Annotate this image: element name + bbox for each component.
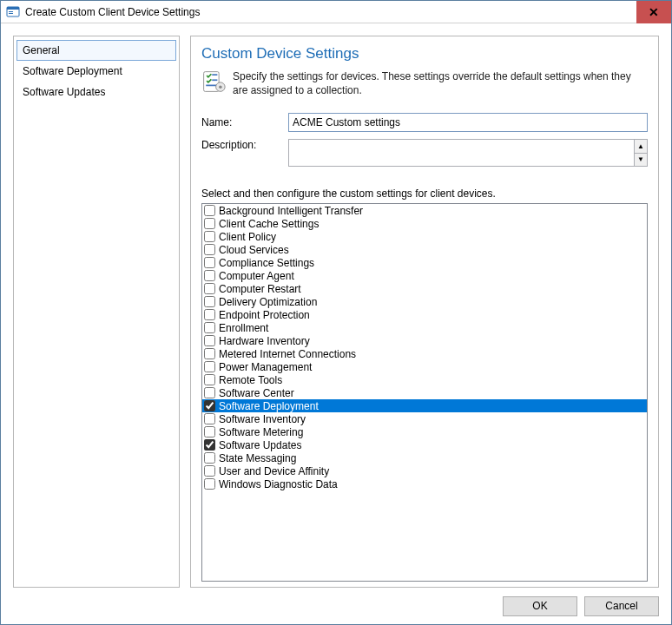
- settings-checkbox[interactable]: [204, 413, 215, 424]
- settings-checkbox[interactable]: [204, 244, 215, 255]
- settings-row[interactable]: Endpoint Protection: [202, 308, 647, 321]
- main-panel: Custom Device Settings Specify the setti: [190, 36, 659, 588]
- page-heading: Custom Device Settings: [201, 45, 648, 62]
- svg-point-9: [219, 85, 222, 89]
- settings-row-label: Windows Diagnostic Data: [219, 478, 338, 490]
- settings-row-label: Client Cache Settings: [219, 218, 319, 230]
- settings-row[interactable]: Enrollment: [202, 321, 647, 334]
- close-icon: ✕: [649, 5, 659, 19]
- description-spinner: ▲ ▼: [634, 139, 648, 167]
- settings-checkbox[interactable]: [204, 322, 215, 333]
- window-title: Create Custom Client Device Settings: [25, 6, 636, 18]
- settings-checkbox[interactable]: [204, 465, 215, 477]
- button-bar: OK Cancel: [1, 588, 671, 624]
- settings-row-label: Metered Internet Connections: [219, 348, 356, 360]
- svg-rect-5: [212, 74, 217, 76]
- settings-row-label: Enrollment: [219, 322, 268, 334]
- settings-checkbox[interactable]: [204, 296, 215, 307]
- settings-row-label: User and Device Affinity: [219, 465, 329, 477]
- nav-item-software-updates[interactable]: Software Updates: [16, 82, 176, 102]
- dialog-body: GeneralSoftware DeploymentSoftware Updat…: [1, 23, 671, 588]
- settings-checkbox[interactable]: [204, 348, 215, 359]
- settings-checkbox[interactable]: [204, 426, 215, 438]
- settings-row-label: Software Metering: [219, 426, 303, 438]
- ok-button[interactable]: OK: [503, 596, 577, 616]
- spin-down-button[interactable]: ▼: [635, 153, 647, 167]
- nav-item-software-deployment[interactable]: Software Deployment: [16, 61, 176, 82]
- settings-row[interactable]: User and Device Affinity: [202, 464, 647, 477]
- settings-checkbox[interactable]: [204, 400, 215, 411]
- title-bar: Create Custom Client Device Settings ✕: [1, 1, 671, 23]
- settings-checkbox[interactable]: [204, 231, 215, 242]
- spin-up-button[interactable]: ▲: [635, 140, 647, 153]
- name-label: Name:: [201, 116, 288, 128]
- settings-row[interactable]: Power Management: [202, 360, 647, 373]
- svg-rect-6: [212, 79, 217, 81]
- settings-row[interactable]: Windows Diagnostic Data: [202, 477, 647, 490]
- settings-checkbox[interactable]: [204, 283, 215, 294]
- settings-row[interactable]: Remote Tools: [202, 373, 647, 386]
- settings-row[interactable]: State Messaging: [202, 451, 647, 464]
- settings-row[interactable]: Background Intelligent Transfer: [202, 204, 647, 217]
- svg-rect-2: [9, 11, 13, 12]
- settings-row-label: Power Management: [219, 361, 312, 373]
- settings-checkbox[interactable]: [204, 439, 215, 451]
- settings-list-caption: Select and then configure the custom set…: [201, 188, 648, 200]
- settings-checkbox[interactable]: [204, 257, 215, 268]
- settings-row[interactable]: Delivery Optimization: [202, 295, 647, 308]
- settings-row-label: Software Center: [219, 387, 294, 399]
- settings-row[interactable]: Metered Internet Connections: [202, 347, 647, 360]
- description-label: Description:: [201, 139, 288, 151]
- settings-row-label: State Messaging: [219, 452, 296, 464]
- settings-row[interactable]: Software Inventory: [202, 412, 647, 425]
- settings-row-label: Software Updates: [219, 439, 301, 451]
- settings-row-label: Cloud Services: [219, 244, 289, 256]
- settings-row-label: Computer Restart: [219, 283, 301, 295]
- settings-checkbox[interactable]: [204, 387, 215, 398]
- settings-row[interactable]: Computer Agent: [202, 269, 647, 282]
- settings-row-label: Endpoint Protection: [219, 309, 310, 321]
- settings-checkbox[interactable]: [204, 218, 215, 229]
- settings-row-label: Remote Tools: [219, 374, 282, 386]
- settings-row-label: Hardware Inventory: [219, 335, 310, 347]
- close-button[interactable]: ✕: [636, 1, 671, 23]
- nav-item-general[interactable]: General: [16, 40, 176, 61]
- settings-row[interactable]: Compliance Settings: [202, 256, 647, 269]
- settings-checkbox[interactable]: [204, 205, 215, 216]
- settings-row[interactable]: Cloud Services: [202, 243, 647, 256]
- settings-row[interactable]: Software Updates: [202, 438, 647, 451]
- svg-rect-3: [9, 13, 13, 14]
- settings-checkbox[interactable]: [204, 335, 215, 346]
- settings-row[interactable]: Client Cache Settings: [202, 217, 647, 230]
- description-row: Description: ▲ ▼: [201, 139, 648, 167]
- nav-panel: GeneralSoftware DeploymentSoftware Updat…: [13, 36, 180, 588]
- settings-checkbox[interactable]: [204, 270, 215, 281]
- settings-row-label: Client Policy: [219, 231, 276, 243]
- intro-text: Specify the settings for devices. These …: [233, 69, 648, 97]
- settings-row-label: Compliance Settings: [219, 257, 314, 269]
- settings-checkbox[interactable]: [204, 478, 215, 490]
- settings-row[interactable]: Software Metering: [202, 425, 647, 438]
- app-icon: [6, 5, 20, 19]
- settings-row-label: Software Inventory: [219, 413, 306, 425]
- settings-row[interactable]: Software Center: [202, 386, 647, 399]
- settings-row[interactable]: Hardware Inventory: [202, 334, 647, 347]
- settings-checkbox[interactable]: [204, 361, 215, 372]
- settings-row[interactable]: Software Deployment: [202, 399, 647, 412]
- settings-icon: [201, 69, 226, 94]
- description-input[interactable]: [288, 139, 634, 167]
- settings-row-label: Software Deployment: [219, 400, 319, 412]
- svg-rect-1: [7, 7, 19, 10]
- dialog-window: Create Custom Client Device Settings ✕ G…: [0, 0, 672, 625]
- cancel-button[interactable]: Cancel: [584, 596, 659, 616]
- settings-checkbox[interactable]: [204, 452, 215, 464]
- settings-checkbox[interactable]: [204, 374, 215, 385]
- settings-row-label: Computer Agent: [219, 270, 294, 282]
- settings-row[interactable]: Client Policy: [202, 230, 647, 243]
- settings-row-label: Delivery Optimization: [219, 296, 317, 308]
- name-input[interactable]: [288, 113, 648, 132]
- intro-row: Specify the settings for devices. These …: [201, 69, 648, 97]
- settings-list[interactable]: Background Intelligent TransferClient Ca…: [201, 203, 648, 582]
- settings-checkbox[interactable]: [204, 309, 215, 320]
- settings-row[interactable]: Computer Restart: [202, 282, 647, 295]
